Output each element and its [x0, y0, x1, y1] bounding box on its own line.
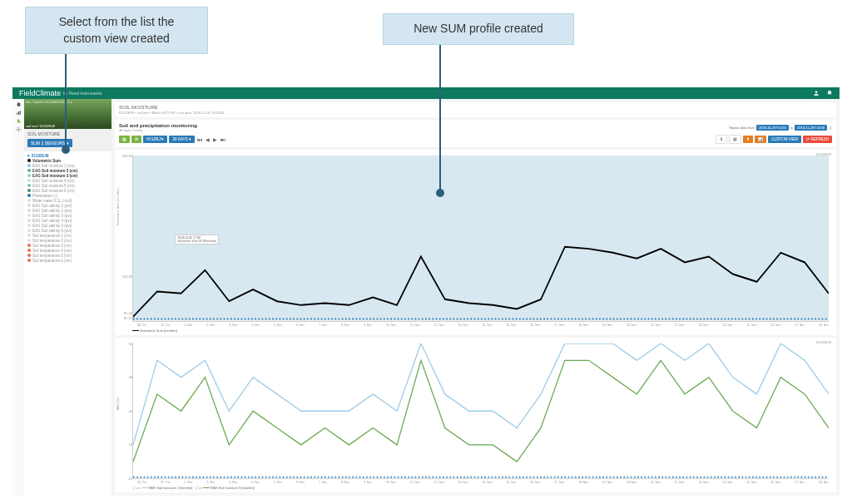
breadcrumb: SOIL MOISTURE 01102E49 • soil test • iMe… [115, 102, 836, 117]
callout-right: New SUM profile created [383, 13, 574, 45]
sensor-color-dot [27, 219, 31, 222]
chart1-ylabel: Volumetric Sum [mm/dm] [116, 189, 120, 226]
controls-panel: Soil and precipitation monitoring 30 day… [115, 120, 836, 147]
station-name: soil test / 01102E49 [26, 124, 55, 128]
nav-next[interactable]: ▶ [212, 136, 218, 142]
sensor-color-dot [27, 184, 31, 187]
sensor-color-dot [27, 244, 31, 247]
expand-icon: ▾ [27, 154, 30, 158]
date-range: Station data from 2018-10-29T14:00 to 20… [729, 125, 832, 131]
chart-volumetric-sum: 01102E49 Volumetric Sum [mm/dm] 166.84 1… [115, 150, 836, 335]
page-title: SOIL MOISTURE [119, 105, 832, 110]
sensor-color-dot [27, 209, 31, 212]
sensor-color-dot [27, 164, 31, 167]
left-panel: dev / build 0.13.201811291 / La soil tes… [24, 99, 111, 496]
sensor-color-dot [27, 214, 31, 217]
callout-right-line [439, 41, 441, 190]
refresh-button[interactable]: ⟳ REFRESH [803, 136, 832, 143]
svg-point-0 [815, 91, 818, 93]
sensor-color-dot [27, 189, 31, 192]
sensor-list: ▾ 01102E49 Volumetric SumEAG Soil moistu… [24, 151, 111, 496]
home-icon[interactable] [16, 101, 22, 107]
chart2-ylabel: SMC [%] [116, 398, 120, 411]
table-button[interactable]: ▦ [729, 135, 741, 144]
period-dropdown[interactable]: 30 DAYS ▾ [169, 136, 194, 143]
icon-sidebar [12, 99, 24, 496]
chart2-toggle[interactable]: 📊 [755, 136, 766, 143]
info-icon[interactable]: ⓘ [829, 126, 832, 130]
custom-view-button[interactable]: CUSTOM VIEW [768, 136, 801, 143]
svg-rect-1 [17, 113, 17, 115]
callout-left-dot [62, 146, 70, 154]
app-header: FieldClimate by Pessl Instruments [12, 87, 840, 99]
tree-button[interactable]: ⊞ [131, 136, 141, 143]
nav-last[interactable]: ⏭ [220, 137, 226, 142]
callout-left: Select from the list the custom view cre… [25, 7, 208, 54]
sensor-color-dot [27, 194, 31, 197]
svg-rect-2 [17, 111, 18, 115]
callout-right-dot [436, 189, 444, 197]
sensor-color-dot [27, 254, 31, 257]
chart-tooltip: 2018-10-31 17:00 Volumetric Sum 97.08 mm… [175, 235, 219, 245]
sensor-color-dot [27, 199, 31, 202]
sensor-color-dot [27, 204, 31, 207]
chart1-toggle[interactable]: ⬍ [743, 136, 753, 143]
svg-rect-5 [133, 156, 829, 321]
sensor-color-dot [27, 259, 31, 262]
page-subtitle: 01102E49 • soil test • iMetos ECO D3 • L… [119, 111, 832, 115]
callout-left-line [65, 47, 67, 147]
date-from[interactable]: 2018-10-29T14:00 [756, 125, 789, 131]
chart1-legend: Volumetric Sum [mm/dm] [117, 327, 834, 333]
logo: FieldClimate [19, 89, 61, 97]
notification-icon[interactable] [826, 90, 833, 96]
leaf-icon[interactable] [16, 118, 22, 124]
sensor-color-dot [27, 229, 31, 232]
gear-icon[interactable] [16, 126, 22, 132]
main-content: SOIL MOISTURE 01102E49 • soil test • iMe… [111, 99, 840, 496]
sensor-color-dot [27, 174, 31, 177]
svg-point-4 [17, 129, 19, 131]
export-button[interactable]: ▦ [119, 136, 130, 143]
sensor-color-dot [27, 159, 31, 162]
date-to[interactable]: 2018-11-28T14:00 [795, 125, 827, 131]
station-image[interactable]: dev / build 0.13.201811291 / La soil tes… [24, 99, 111, 129]
soil-moisture-label: SOIL MOISTURE [24, 129, 111, 139]
app-window: FieldClimate by Pessl Instruments dev / … [12, 87, 840, 496]
user-icon[interactable] [813, 90, 820, 96]
chart-subtitle: 30 days / hourly [119, 128, 197, 132]
sensor-color-dot [27, 179, 31, 182]
svg-rect-3 [19, 111, 20, 115]
chart1-plot[interactable]: 166.84 104.38 82.92 85.46 2018-10-31 17:… [132, 156, 829, 322]
sensor-color-dot [27, 224, 31, 227]
chart2-plot[interactable]: 50 48 46 44 42 [132, 343, 829, 479]
nav-prev[interactable]: ◀ [205, 136, 211, 142]
sensor-color-dot [27, 169, 31, 172]
sensor-color-dot [27, 234, 31, 237]
sensor-item[interactable]: Soil temperature 6 (cm) [27, 258, 108, 263]
sensor-color-dot [27, 239, 31, 242]
chart-soil-moisture: 01102E49 SMC [%] 50 48 46 44 42 30. Oct3… [115, 338, 836, 492]
hourly-dropdown[interactable]: HOURLY▾ [143, 136, 167, 143]
nav-first[interactable]: ⏮ [196, 137, 203, 142]
logo-sub: by Pessl Instruments [63, 91, 102, 96]
download-button[interactable]: ⬇ [716, 135, 727, 144]
chart2-legend: ⓘ on EAG Soil moisture 2 [mm/dm] ⓘ on EA… [117, 484, 834, 490]
chart-icon[interactable] [16, 110, 22, 116]
sensor-color-dot [27, 249, 31, 252]
